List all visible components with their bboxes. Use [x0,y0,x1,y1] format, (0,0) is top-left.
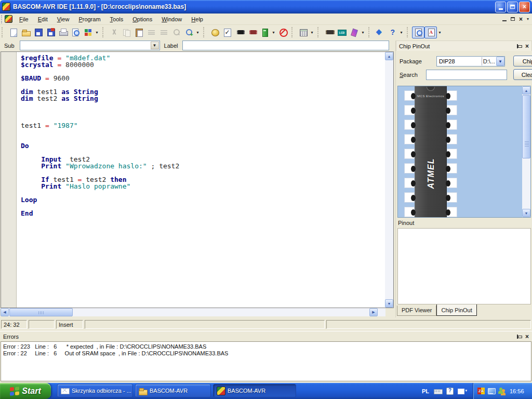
display-icon[interactable] [488,387,496,395]
close-panel-icon[interactable]: × [525,44,529,49]
graphic-converter-dropdown[interactable]: ▾ [360,26,366,38]
help-button[interactable] [386,26,398,38]
chevron-down-icon[interactable]: ▾ [527,17,529,21]
editor-vertical-scrollbar[interactable]: ▲ ▼ [385,52,393,308]
menu-program[interactable]: Program [74,14,105,24]
chip-pin-right [447,178,457,188]
simulate-button[interactable] [233,26,246,38]
unindent-button[interactable] [157,26,170,38]
copy-button[interactable] [120,26,132,38]
tab-chip-pinout[interactable]: Chip PinOut [436,304,476,316]
scroll-down-icon[interactable]: ▼ [385,299,393,308]
cut-button[interactable] [108,26,120,38]
minimize-button[interactable] [495,2,506,12]
clear-button[interactable]: Clear [513,69,532,80]
toolbar-grip[interactable] [1,15,3,23]
calculator-dropdown[interactable]: ▾ [309,26,315,38]
keyboard-icon[interactable] [434,387,442,395]
pdf-viewer-dropdown[interactable]: ▾ [437,26,443,38]
menu-tools[interactable]: Tools [105,14,128,24]
mdi-close-icon[interactable]: × [519,17,523,22]
help-icon[interactable] [446,387,454,395]
save-file-button[interactable] [32,26,44,38]
menu-file[interactable]: File [15,14,33,24]
clock[interactable]: 16:56 [510,388,524,394]
menu-options[interactable]: Options [128,14,157,24]
block-colors-dropdown[interactable]: ▾ [94,26,100,38]
error-row[interactable]: Error : 223 Line : 6 * expected , in Fil… [3,343,529,350]
errors-list[interactable]: Error : 223 Line : 6 * expected , in Fil… [1,341,531,381]
find-button[interactable] [170,26,182,38]
scrollbar-thumb[interactable] [522,95,530,158]
close-button[interactable]: × [519,2,530,12]
save-as-button[interactable] [44,26,57,38]
menu-view[interactable]: View [52,14,74,24]
taskbar-button-label: BASCOM-AVR [228,388,265,394]
pin-icon[interactable] [516,334,522,339]
window-icon[interactable] [458,387,466,395]
editor-horizontal-scrollbar[interactable]: ◀ ▶ [1,308,385,316]
help-dropdown[interactable]: ▾ [398,26,404,38]
code-area[interactable]: $regfile = "m8def.dat"$crystal = 8000000… [17,52,385,308]
status-panel-2 [29,320,55,329]
code-line [21,190,385,196]
print-preview-button[interactable] [69,26,82,38]
graphic-converter-button[interactable] [348,26,360,38]
pdf-search-button[interactable] [412,26,424,38]
mdi-minimize-icon[interactable] [502,20,507,21]
package-combobox[interactable]: DIP28 D:\... ▼ [436,56,505,66]
compile-button[interactable] [208,26,221,38]
menu-window[interactable]: Window [157,14,187,24]
restore-button[interactable] [507,2,518,12]
close-errors-icon[interactable]: × [525,334,529,339]
scroll-down-icon[interactable]: ▼ [522,209,530,217]
lcd-designer-button[interactable] [335,26,348,38]
open-file-button[interactable] [19,26,32,38]
chevron-down-icon[interactable]: ▼ [496,57,504,66]
scroll-up-icon[interactable]: ▲ [385,52,393,60]
scroll-right-icon[interactable]: ▶ [369,308,378,316]
stop-button[interactable] [276,26,289,38]
print-button[interactable] [57,26,69,38]
calculator-button[interactable] [297,26,309,38]
chip-button[interactable]: Chip [513,56,532,66]
taskbar-button-3[interactable]: BASCOM-AVR [213,384,296,397]
program-chip-button[interactable] [246,26,258,38]
code-editor[interactable]: $regfile = "m8def.dat"$crystal = 8000000… [1,51,394,308]
new-file-button[interactable] [7,26,19,38]
mdi-restore-icon[interactable] [511,17,515,21]
label-combobox[interactable] [182,41,389,50]
sub-combobox[interactable]: ▼ [20,41,160,50]
search-input[interactable] [426,70,507,80]
document-icon[interactable] [5,15,12,23]
zonealarm-icon[interactable] [477,387,485,395]
chip-viewer[interactable]: MCS Electronics ATMEL ▲ ▼ [397,86,531,218]
about-button[interactable] [374,26,386,38]
tab-pdf-viewer[interactable]: PDF Viewer [397,305,436,316]
start-button[interactable]: Start [0,383,51,399]
find-next-dropdown[interactable]: ▾ [195,26,201,38]
pin-icon[interactable] [516,44,522,49]
taskbar-button-1[interactable]: Skrzynka odbiorcza - ... [57,384,133,397]
terminal-button[interactable] [323,26,335,38]
language-indicator[interactable]: PL [422,388,429,394]
syntax-check-button[interactable] [221,26,233,38]
scroll-left-icon[interactable]: ◀ [1,308,9,316]
indent-button[interactable] [145,26,157,38]
scroll-up-icon[interactable]: ▲ [522,86,530,95]
programmer-button[interactable] [258,26,271,38]
chip-viewer-scrollbar[interactable]: ▲ ▼ [522,86,530,217]
menu-edit[interactable]: Edit [33,14,52,24]
find-next-button[interactable] [182,26,195,38]
menu-help[interactable]: Help [187,14,208,24]
pdf-viewer-button[interactable] [424,26,437,38]
programmer-dropdown[interactable]: ▾ [271,26,276,38]
users-icon[interactable] [498,387,506,395]
block-colors-button[interactable] [82,26,94,38]
error-row[interactable]: Error : 22 Line : 6 Out of SRAM space , … [3,350,529,357]
taskbar-button-2[interactable]: BASCOM-AVR [135,384,211,397]
paste-button[interactable] [132,26,145,38]
mdi-window-controls: × ▾ [502,17,532,22]
scrollbar-thumb[interactable] [9,308,73,316]
chevron-down-icon[interactable]: ▼ [151,42,159,49]
